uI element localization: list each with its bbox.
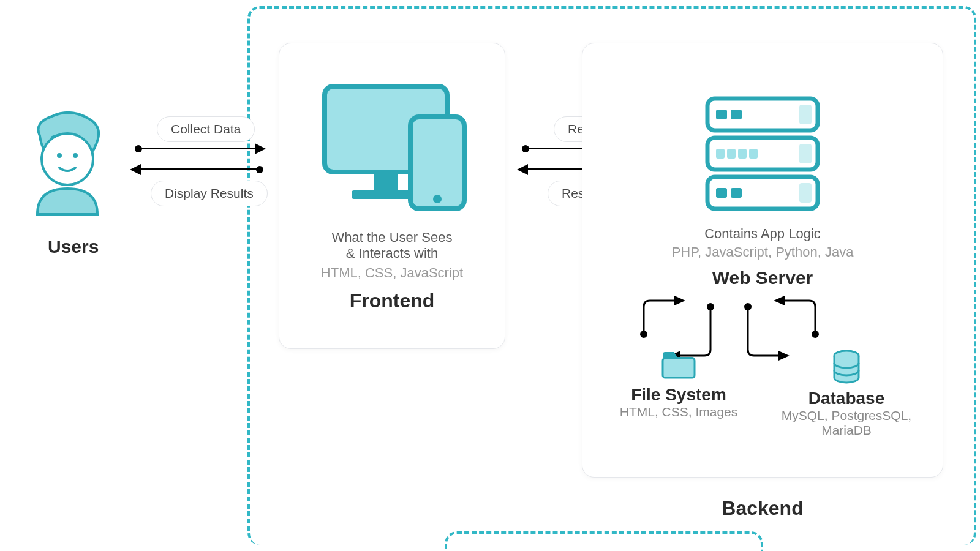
file-system-desc: HTML, CSS, Images <box>605 405 752 419</box>
backend-card: Contains App Logic PHP, JavaScript, Pyth… <box>582 43 943 478</box>
user-icon <box>21 110 113 220</box>
server-stack-icon <box>701 92 824 215</box>
arrow-line <box>138 148 255 149</box>
label-display-results: Display Results <box>151 181 268 206</box>
arrow-head-left <box>517 164 528 175</box>
file-system-title: File System <box>605 385 752 405</box>
label-collect-data: Collect Data <box>157 116 255 142</box>
svg-rect-13 <box>716 149 725 159</box>
database-desc: MySQL, PostgresSQL, MariaDB <box>773 408 920 438</box>
svg-rect-11 <box>799 105 812 124</box>
arrow-head-left <box>130 164 141 175</box>
database-title: Database <box>773 389 920 408</box>
svg-rect-17 <box>799 144 812 163</box>
svg-rect-21 <box>799 183 812 203</box>
users-label: Users <box>48 236 99 257</box>
users-block <box>21 110 119 223</box>
frontend-card: What the User Sees & Interacts with HTML… <box>279 43 505 349</box>
frontend-title: Frontend <box>279 290 505 312</box>
svg-rect-10 <box>731 110 742 119</box>
arrow-line <box>141 168 257 170</box>
backend-desc: Contains App Logic <box>582 226 943 242</box>
frontend-tech: HTML, CSS, JavaScript <box>279 265 505 281</box>
inner-dashed-box <box>445 531 763 551</box>
svg-point-7 <box>433 195 442 203</box>
svg-rect-14 <box>727 149 736 159</box>
frontend-desc-1: What the User Sees <box>279 230 505 246</box>
arrow-head-right <box>255 143 266 154</box>
svg-point-1 <box>57 153 62 158</box>
svg-point-2 <box>73 153 78 158</box>
web-server-label: Web Server <box>582 268 943 288</box>
backend-tech: PHP, JavaScript, Python, Java <box>582 244 943 260</box>
folder-icon <box>660 350 697 380</box>
svg-rect-30 <box>663 358 695 378</box>
file-system-block: File System HTML, CSS, Images <box>605 350 752 438</box>
svg-rect-4 <box>374 172 398 190</box>
backend-title: Backend <box>582 497 943 520</box>
svg-rect-16 <box>749 149 758 159</box>
monitor-tablet-icon <box>312 80 472 215</box>
svg-marker-23 <box>674 296 685 305</box>
database-icon <box>831 350 862 384</box>
frontend-desc-2: & Interacts with <box>279 246 505 261</box>
svg-point-0 <box>42 133 93 185</box>
arrow-dot <box>256 166 263 173</box>
svg-rect-20 <box>731 188 742 198</box>
svg-rect-15 <box>738 149 747 159</box>
svg-rect-19 <box>716 188 727 198</box>
svg-rect-9 <box>716 110 727 119</box>
svg-marker-29 <box>774 296 785 305</box>
database-block: Database MySQL, PostgresSQL, MariaDB <box>773 350 920 438</box>
